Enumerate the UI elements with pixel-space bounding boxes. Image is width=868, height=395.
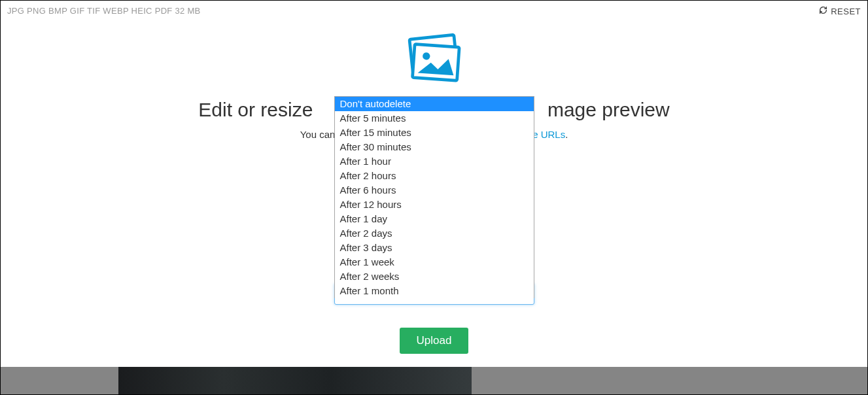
- autodelete-option[interactable]: After 5 minutes: [335, 111, 534, 126]
- upload-button[interactable]: Upload: [400, 328, 469, 354]
- autodelete-control: Don't autodeleteAfter 5 minutesAfter 15 …: [334, 283, 534, 354]
- autodelete-option[interactable]: After 2 weeks: [335, 269, 534, 284]
- autodelete-option[interactable]: After 15 minutes: [335, 126, 534, 140]
- autodelete-option[interactable]: After 1 month: [335, 284, 534, 298]
- reset-label: RESET: [831, 7, 861, 16]
- supported-formats-label: JPG PNG BMP GIF TIF WEBP HEIC PDF 32 MB: [7, 6, 201, 16]
- autodelete-option[interactable]: After 2 days: [335, 226, 534, 241]
- autodelete-option[interactable]: After 30 minutes: [335, 140, 534, 154]
- bottom-image-preview: [118, 367, 472, 394]
- reset-icon: [819, 6, 827, 16]
- autodelete-option[interactable]: After 1 hour: [335, 154, 534, 169]
- images-icon: [400, 32, 468, 91]
- autodelete-option[interactable]: After 6 hours: [335, 183, 534, 198]
- autodelete-dropdown-list[interactable]: Don't autodeleteAfter 5 minutesAfter 15 …: [334, 96, 534, 298]
- reset-button[interactable]: RESET: [819, 6, 861, 16]
- autodelete-option[interactable]: After 2 hours: [335, 169, 534, 183]
- autodelete-option[interactable]: After 1 week: [335, 255, 534, 269]
- top-bar: JPG PNG BMP GIF TIF WEBP HEIC PDF 32 MB …: [1, 1, 867, 27]
- autodelete-option[interactable]: Don't autodelete: [335, 97, 534, 111]
- autodelete-option[interactable]: After 3 days: [335, 241, 534, 255]
- autodelete-option[interactable]: After 1 day: [335, 212, 534, 226]
- autodelete-option[interactable]: After 12 hours: [335, 198, 534, 212]
